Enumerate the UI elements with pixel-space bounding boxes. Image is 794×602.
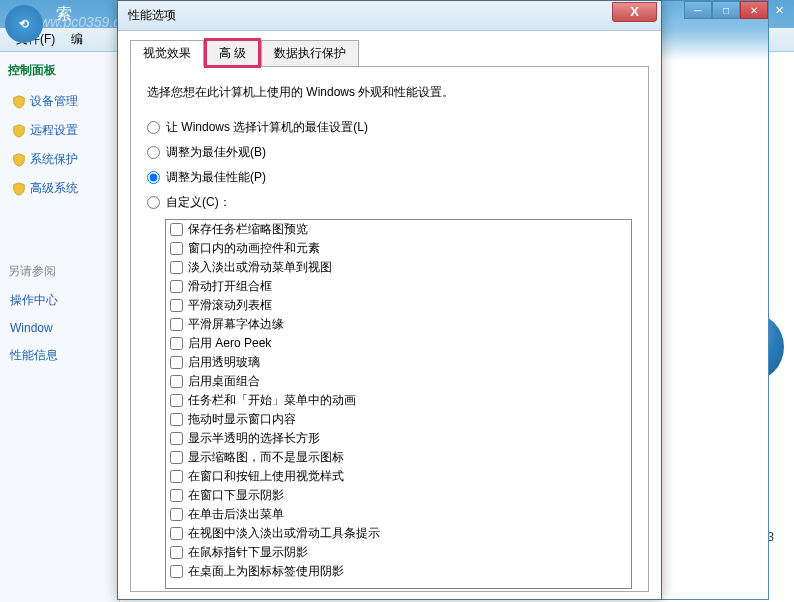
see-also-header: 另请参阅 — [8, 263, 111, 280]
dialog-body: 视觉效果 高 级 数据执行保护 选择您想在此计算机上使用的 Windows 外观… — [118, 31, 661, 599]
check-item-checkbox[interactable] — [170, 337, 183, 350]
check-item-checkbox[interactable] — [170, 394, 183, 407]
radio-auto-input[interactable] — [147, 121, 160, 134]
sidebar-item-remote[interactable]: 远程设置 — [8, 116, 111, 145]
check-item[interactable]: 在窗口下显示阴影 — [166, 486, 631, 505]
check-item-label: 显示半透明的选择长方形 — [188, 430, 320, 447]
check-item[interactable]: 平滑滚动列表框 — [166, 296, 631, 315]
check-item-checkbox[interactable] — [170, 223, 183, 236]
check-item[interactable]: 显示半透明的选择长方形 — [166, 429, 631, 448]
check-item[interactable]: 启用 Aero Peek — [166, 334, 631, 353]
instruction-text: 选择您想在此计算机上使用的 Windows 外观和性能设置。 — [147, 84, 632, 101]
check-item-label: 启用透明玻璃 — [188, 354, 260, 371]
check-item-label: 淡入淡出或滑动菜单到视图 — [188, 259, 332, 276]
check-item[interactable]: 在窗口和按钮上使用视觉样式 — [166, 467, 631, 486]
watermark: www.pc0359.cn — [30, 14, 128, 30]
sidebar-item-device[interactable]: 设备管理 — [8, 87, 111, 116]
check-item-checkbox[interactable] — [170, 546, 183, 559]
check-item-label: 在窗口和按钮上使用视觉样式 — [188, 468, 344, 485]
sidebar-item-protection[interactable]: 系统保护 — [8, 145, 111, 174]
check-item[interactable]: 在桌面上为图标标签使用阴影 — [166, 562, 631, 581]
check-item[interactable]: 在单击后淡出菜单 — [166, 505, 631, 524]
sidebar-header[interactable]: 控制面板 — [8, 62, 111, 79]
check-item-checkbox[interactable] — [170, 527, 183, 540]
check-item-label: 在视图中淡入淡出或滑动工具条提示 — [188, 525, 380, 542]
radio-auto[interactable]: 让 Windows 选择计算机的最佳设置(L) — [147, 119, 632, 136]
shield-icon — [12, 95, 26, 109]
radio-best-appearance[interactable]: 调整为最佳外观(B) — [147, 144, 632, 161]
sidebar-label: 设备管理 — [30, 93, 78, 110]
radio-custom[interactable]: 自定义(C)： — [147, 194, 632, 211]
mid-minimize-button[interactable]: ─ — [684, 1, 712, 19]
check-item-checkbox[interactable] — [170, 356, 183, 369]
check-item-label: 在鼠标指针下显示阴影 — [188, 544, 308, 561]
check-item-checkbox[interactable] — [170, 261, 183, 274]
check-item[interactable]: 启用透明玻璃 — [166, 353, 631, 372]
check-item-checkbox[interactable] — [170, 432, 183, 445]
check-item-label: 在窗口下显示阴影 — [188, 487, 284, 504]
check-item-label: 拖动时显示窗口内容 — [188, 411, 296, 428]
check-item[interactable]: 启用桌面组合 — [166, 372, 631, 391]
mid-maximize-button[interactable]: □ — [712, 1, 740, 19]
radio-appearance-input[interactable] — [147, 146, 160, 159]
check-item-label: 平滑滚动列表框 — [188, 297, 272, 314]
sidebar-label: 高级系统 — [30, 180, 78, 197]
check-item-label: 保存任务栏缩略图预览 — [188, 221, 308, 238]
app-logo: ⟲ — [5, 5, 43, 43]
check-item-checkbox[interactable] — [170, 375, 183, 388]
check-item-checkbox[interactable] — [170, 489, 183, 502]
radio-appearance-label: 调整为最佳外观(B) — [166, 144, 266, 161]
shield-icon — [12, 124, 26, 138]
check-item[interactable]: 保存任务栏缩略图预览 — [166, 220, 631, 239]
check-item-label: 在单击后淡出菜单 — [188, 506, 284, 523]
check-item[interactable]: 窗口内的动画控件和元素 — [166, 239, 631, 258]
mid-close-button[interactable]: ✕ — [740, 1, 768, 19]
check-item-checkbox[interactable] — [170, 451, 183, 464]
radio-performance-label: 调整为最佳性能(P) — [166, 169, 266, 186]
link-action-center[interactable]: 操作中心 — [8, 286, 111, 315]
check-item[interactable]: 滑动打开组合框 — [166, 277, 631, 296]
tab-visual-effects[interactable]: 视觉效果 — [130, 40, 204, 67]
check-item[interactable]: 任务栏和「开始」菜单中的动画 — [166, 391, 631, 410]
check-item[interactable]: 在视图中淡入淡出或滑动工具条提示 — [166, 524, 631, 543]
check-item[interactable]: 在鼠标指针下显示阴影 — [166, 543, 631, 562]
check-item-label: 任务栏和「开始」菜单中的动画 — [188, 392, 356, 409]
check-item[interactable]: 显示缩略图，而不是显示图标 — [166, 448, 631, 467]
check-item-checkbox[interactable] — [170, 318, 183, 331]
link-windows-update[interactable]: Window — [8, 315, 111, 341]
effects-checklist[interactable]: 保存任务栏缩略图预览窗口内的动画控件和元素淡入淡出或滑动菜单到视图滑动打开组合框… — [165, 219, 632, 589]
dialog-close-button[interactable]: X — [612, 2, 657, 22]
check-item[interactable]: 拖动时显示窗口内容 — [166, 410, 631, 429]
tab-dep[interactable]: 数据执行保护 — [261, 40, 359, 66]
check-item[interactable]: 平滑屏幕字体边缘 — [166, 315, 631, 334]
check-item-checkbox[interactable] — [170, 280, 183, 293]
tab-advanced[interactable]: 高 级 — [206, 40, 259, 66]
check-item-checkbox[interactable] — [170, 470, 183, 483]
check-item-label: 窗口内的动画控件和元素 — [188, 240, 320, 257]
radio-auto-label: 让 Windows 选择计算机的最佳设置(L) — [166, 119, 368, 136]
check-item-label: 启用桌面组合 — [188, 373, 260, 390]
tab-content: 选择您想在此计算机上使用的 Windows 外观和性能设置。 让 Windows… — [130, 66, 649, 592]
check-item-checkbox[interactable] — [170, 413, 183, 426]
check-item[interactable]: 淡入淡出或滑动菜单到视图 — [166, 258, 631, 277]
bg-sidebar: 控制面板 设备管理 远程设置 系统保护 高级系统 — [0, 52, 120, 602]
check-item-checkbox[interactable] — [170, 565, 183, 578]
check-item-checkbox[interactable] — [170, 508, 183, 521]
shield-icon — [12, 182, 26, 196]
tab-strip: 视觉效果 高 级 数据执行保护 — [130, 40, 649, 67]
radio-custom-input[interactable] — [147, 196, 160, 209]
menu-edit[interactable]: 编 — [63, 31, 91, 48]
link-performance[interactable]: 性能信息 — [8, 341, 111, 370]
middle-window: ─ □ ✕ — [659, 0, 769, 600]
sidebar-label: 系统保护 — [30, 151, 78, 168]
dialog-titlebar[interactable]: 性能选项 X — [118, 1, 661, 31]
sidebar-item-advanced[interactable]: 高级系统 — [8, 174, 111, 203]
check-item-label: 滑动打开组合框 — [188, 278, 272, 295]
mid-window-controls: ─ □ ✕ — [660, 1, 768, 19]
radio-best-performance[interactable]: 调整为最佳性能(P) — [147, 169, 632, 186]
dialog-title: 性能选项 — [128, 7, 176, 24]
check-item-checkbox[interactable] — [170, 242, 183, 255]
check-item-checkbox[interactable] — [170, 299, 183, 312]
check-item-label: 平滑屏幕字体边缘 — [188, 316, 284, 333]
radio-performance-input[interactable] — [147, 171, 160, 184]
